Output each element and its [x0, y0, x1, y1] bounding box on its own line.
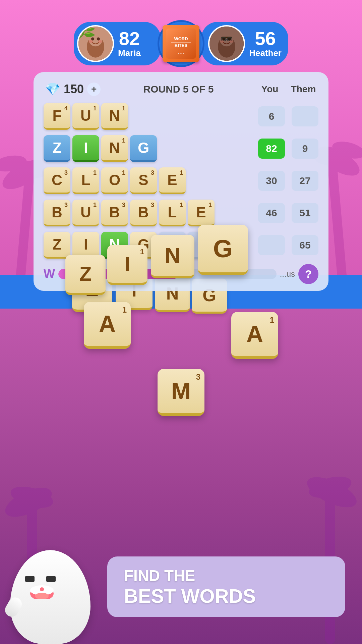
avatar-right: [208, 25, 245, 62]
score-them-2: 9: [292, 139, 318, 159]
svg-point-4: [97, 37, 100, 40]
tile-n2: 1N: [101, 135, 128, 162]
tiles-close: 3C 1L 1O 3S 1E: [44, 167, 256, 194]
mascot-mouth-area: [28, 582, 55, 599]
bottom-tile-a-left[interactable]: 1 A: [84, 302, 131, 349]
svg-text:WORD: WORD: [174, 36, 188, 41]
tiles-zing: Z I 1N G: [44, 135, 256, 162]
player-left-name: Maria: [118, 48, 141, 58]
gems-area: 💎 150 +: [45, 82, 101, 96]
header: 🌿 82 Maria: [0, 20, 362, 67]
score-you-2: 82: [258, 139, 285, 159]
mascot-eyes: [25, 576, 56, 582]
mascot-area: FIND THE BEST WORDS: [0, 493, 362, 644]
gem-count: 150: [64, 82, 84, 96]
svg-point-5: [89, 40, 93, 43]
tile-f: 4F: [44, 103, 70, 130]
player-left-card: 🌿 82 Maria: [74, 22, 161, 65]
score-you-1: 6: [258, 106, 285, 126]
player-right-info: 56 Heather: [249, 29, 282, 58]
gem-plus-button[interactable]: +: [87, 83, 101, 96]
player-left-score: 82: [119, 29, 140, 48]
floating-tile-z: Z: [65, 255, 106, 295]
floating-tile-g: G: [198, 225, 248, 275]
token-inner: WORD BITES • • •: [163, 25, 199, 62]
speech-line1: FIND THE: [124, 567, 328, 585]
svg-text:• • •: • • •: [178, 51, 184, 55]
round-label: ROUND 5 OF 5: [143, 84, 214, 95]
svg-point-21: [220, 40, 224, 43]
bottom-tiles-row: 1 A 1 A: [0, 302, 362, 359]
score-header-them: Them: [290, 84, 317, 95]
tile-i2: I: [72, 135, 99, 162]
gem-icon: 💎: [45, 82, 60, 96]
player-left-info: 82 Maria: [118, 29, 141, 58]
tile-o3: 1O: [101, 167, 128, 194]
player-right-name: Heather: [249, 48, 282, 58]
bottom-tile-a-right[interactable]: 1 A: [231, 312, 278, 359]
tile-g2: G: [130, 135, 157, 162]
svg-point-22: [229, 40, 234, 43]
tile-l3: 1L: [72, 167, 99, 194]
score-cells-3: 30 27: [258, 171, 318, 191]
panel-header: 💎 150 + ROUND 5 OF 5 You Them: [44, 82, 318, 96]
svg-text:BITES: BITES: [175, 43, 188, 48]
svg-point-26: [40, 587, 44, 591]
svg-point-6: [98, 40, 102, 43]
score-cells-1: 6: [258, 106, 318, 126]
mascot: [0, 527, 101, 644]
score-header-you: You: [256, 84, 283, 95]
tiles-fun: 4F 1U 1N: [44, 103, 256, 130]
speech-line2: BEST WORDS: [124, 585, 328, 607]
score-headers: You Them: [256, 84, 317, 95]
word-row-2: Z I 1N G 82 9: [44, 135, 318, 162]
tile-s3: 3S: [130, 167, 157, 194]
player-right-card: 56 Heather: [201, 22, 288, 65]
word-row-3: 3C 1L 1O 3S 1E 30 27: [44, 167, 318, 194]
score-them-1: [292, 106, 318, 126]
center-token[interactable]: WORD BITES • • •: [158, 20, 204, 67]
mascot-eye-left: [25, 576, 35, 582]
tile-z2: Z: [44, 135, 70, 162]
floating-tile-n: N: [151, 235, 194, 278]
bottom-tile-m[interactable]: 3 M: [158, 369, 204, 416]
svg-rect-10: [171, 42, 191, 43]
avatar-left: 🌿: [77, 25, 114, 62]
floating-tile-i: 1I: [107, 245, 147, 285]
mascot-eye-right: [46, 576, 56, 582]
tile-e3: 1E: [159, 167, 186, 194]
score-you-3: 30: [258, 171, 285, 191]
floating-tiles-area: Z 1I N G: [0, 215, 362, 292]
tile-n: 1N: [101, 103, 128, 130]
player-right-score: 56: [255, 29, 276, 48]
score-them-3: 27: [292, 171, 318, 191]
score-cells-2: 82 9: [258, 139, 318, 159]
tile-c3: 3C: [44, 167, 70, 194]
word-row-1: 4F 1U 1N 6: [44, 103, 318, 130]
speech-bubble: FIND THE BEST WORDS: [107, 556, 345, 617]
svg-point-14: [220, 33, 234, 47]
tile-u: 1U: [72, 103, 99, 130]
